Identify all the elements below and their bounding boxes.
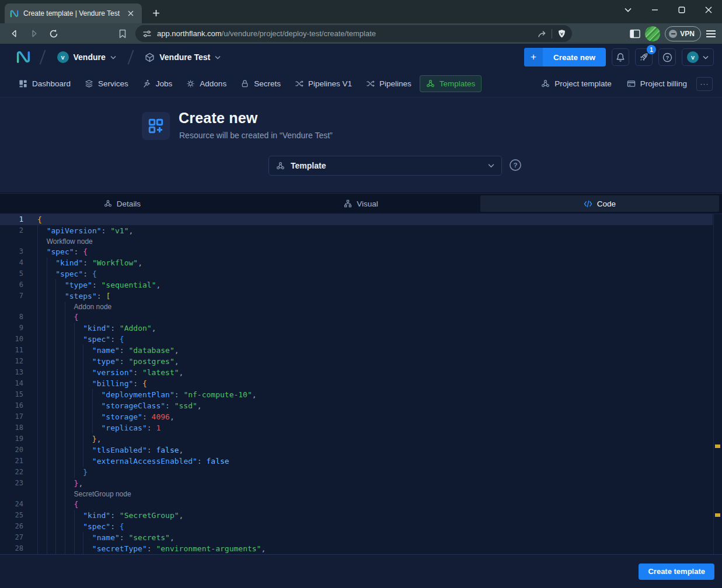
help-button[interactable]: ? xyxy=(658,48,676,66)
code-token: "steps" xyxy=(65,292,97,300)
code-token: "version" xyxy=(92,368,133,377)
services-icon xyxy=(85,79,93,88)
code-line[interactable]: 15"deploymentPlan": "nf-compute-10", xyxy=(0,389,713,400)
code-line[interactable]: 21"externalAccessEnabled": false xyxy=(0,456,713,467)
nav-item-jobs[interactable]: Jobs xyxy=(137,76,179,92)
new-tab-button[interactable] xyxy=(148,5,164,21)
breadcrumb-project[interactable]: Vendure Test xyxy=(141,50,224,65)
create-template-button[interactable]: Create template xyxy=(639,564,714,580)
indent-guide xyxy=(55,433,65,444)
indent-guide xyxy=(55,356,65,367)
code-line[interactable]: 26"spec": { xyxy=(0,521,713,532)
code-line[interactable]: 22} xyxy=(0,467,713,478)
tab-search-chevron-icon[interactable] xyxy=(615,0,641,20)
nav-item-project-billing[interactable]: Project billing xyxy=(621,76,693,92)
code-node-label-line[interactable]: Addon node xyxy=(0,302,713,312)
forward-button[interactable] xyxy=(26,26,42,42)
nav-item-services[interactable]: Services xyxy=(79,76,134,92)
ruler-mark xyxy=(715,513,720,517)
code-node-label-line[interactable]: Workflow node xyxy=(0,236,713,246)
reload-button[interactable] xyxy=(46,26,62,42)
code-line[interactable]: 7"steps": [ xyxy=(0,290,713,302)
code-line[interactable]: 25"kind": "SecretGroup", xyxy=(0,510,713,521)
site-settings-icon[interactable] xyxy=(142,29,152,38)
user-menu-button[interactable]: v xyxy=(682,48,714,66)
code-node-label-line[interactable]: SecretGroup node xyxy=(0,489,713,499)
code-line[interactable]: 20"tlsEnabled": false, xyxy=(0,444,713,456)
resource-type-dropdown[interactable]: Template xyxy=(268,156,502,176)
code-line[interactable]: 18"replicas": 1 xyxy=(0,422,713,433)
whats-new-button[interactable]: 1 xyxy=(635,48,653,66)
tab-visual[interactable]: Visual xyxy=(242,195,480,212)
browser-tab[interactable]: Create template | Vendure Test | xyxy=(5,4,142,23)
code-token: "ssd" xyxy=(175,401,197,410)
code-line[interactable]: 1{ xyxy=(0,214,713,225)
indent-guide xyxy=(74,345,83,356)
nav-item-pipelines[interactable]: Pipelines xyxy=(360,76,417,92)
share-icon[interactable] xyxy=(537,29,546,38)
code-line[interactable]: 14"billing": { xyxy=(0,378,713,389)
northflank-logo-icon[interactable] xyxy=(15,49,32,65)
code-token: "apiVersion" xyxy=(47,226,102,235)
code-line[interactable]: 28"secretType": "environment-arguments", xyxy=(0,543,713,554)
back-button[interactable] xyxy=(6,26,22,42)
help-icon: ? xyxy=(662,52,672,62)
line-number: 28 xyxy=(0,543,23,554)
code-line[interactable]: 10"spec": { xyxy=(0,334,713,345)
create-new-button[interactable]: + Create new xyxy=(524,48,606,66)
menu-icon[interactable] xyxy=(706,30,716,38)
indent-guide xyxy=(83,543,92,554)
window-maximize-button[interactable] xyxy=(668,0,695,20)
code-editor[interactable]: 1{2"apiVersion": "v1",Workflow node3"spe… xyxy=(0,214,722,554)
indent-guide xyxy=(55,510,65,521)
sidebar-toggle-icon[interactable] xyxy=(630,29,640,38)
indent-guide xyxy=(83,378,92,389)
notifications-button[interactable] xyxy=(612,48,629,66)
code-token: [ xyxy=(106,292,110,300)
overview-ruler[interactable] xyxy=(713,214,714,554)
nav-more-button[interactable]: ··· xyxy=(696,77,713,91)
extension-icon[interactable] xyxy=(645,26,660,41)
nav-item-project-template[interactable]: Project template xyxy=(535,76,618,92)
code-line[interactable]: 24{ xyxy=(0,499,713,510)
tab-close-icon[interactable] xyxy=(125,8,136,19)
indent-guide xyxy=(74,521,83,532)
indent-guide xyxy=(65,499,74,510)
code-line[interactable]: 16"storageClass": "ssd", xyxy=(0,400,713,411)
code-line[interactable]: 9"kind": "Addon", xyxy=(0,323,713,334)
project-cube-icon xyxy=(145,52,155,62)
window-minimize-button[interactable] xyxy=(641,0,668,20)
dropdown-help-button[interactable]: ? xyxy=(509,159,522,172)
bookmark-icon[interactable] xyxy=(114,26,131,42)
breadcrumb-org[interactable]: v Vendure xyxy=(54,49,120,65)
nav-item-dashboard[interactable]: Dashboard xyxy=(13,76,76,92)
nav-item-addons[interactable]: Addons xyxy=(180,76,232,92)
url-text[interactable]: app.northflank.com/u/vendure/project/dep… xyxy=(157,29,532,38)
nav-item-secrets[interactable]: Secrets xyxy=(235,76,287,92)
nav-item-pipelines-v1[interactable]: Pipelines V1 xyxy=(289,76,358,92)
nav-item-templates[interactable]: Templates xyxy=(420,75,482,92)
indent-guide xyxy=(47,345,56,356)
tab-details[interactable]: Details xyxy=(3,195,242,212)
code-line[interactable]: 3"spec": { xyxy=(0,246,713,257)
vpn-button[interactable]: VPN xyxy=(665,26,701,41)
code-token: , xyxy=(156,281,161,289)
code-line[interactable]: 2"apiVersion": "v1", xyxy=(0,225,713,236)
code-line[interactable]: 27"name": "secrets", xyxy=(0,532,713,543)
brave-shield-icon[interactable] xyxy=(557,29,566,38)
code-line[interactable]: 12"type": "postgres", xyxy=(0,356,713,367)
code-line[interactable]: 8{ xyxy=(0,312,713,323)
code-line[interactable]: 17"storage": 4096, xyxy=(0,411,713,422)
window-close-button[interactable] xyxy=(695,0,722,20)
code-line[interactable]: 13"version": "latest", xyxy=(0,367,713,378)
code-token: "kind" xyxy=(83,324,110,332)
url-bar[interactable]: app.northflank.com/u/vendure/project/dep… xyxy=(135,25,572,42)
code-line[interactable]: 23}, xyxy=(0,478,713,489)
code-line[interactable]: 6"type": "sequential", xyxy=(0,279,713,290)
code-line[interactable]: 4"kind": "Workflow", xyxy=(0,257,713,268)
indent-guide xyxy=(74,422,83,433)
code-line[interactable]: 11"name": "database", xyxy=(0,345,713,356)
code-line[interactable]: 5"spec": { xyxy=(0,268,713,279)
tab-code[interactable]: Code xyxy=(480,195,719,212)
code-line[interactable]: 19}, xyxy=(0,433,713,444)
